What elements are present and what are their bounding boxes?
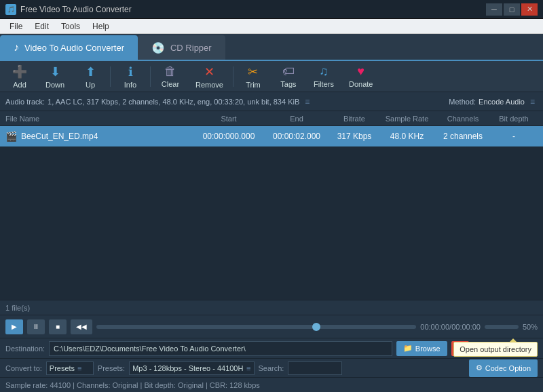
convert-format-select[interactable]: Presets ≡ [46,361,94,375]
audio-track-bar: Audio track: 1, AAC LC, 317 Kbps, 2 chan… [0,92,543,111]
presets-dropdown[interactable]: Mp3 - 128kbps - Stereo - 44100H ≡ [129,361,254,375]
maximize-button[interactable]: □ [504,3,520,16]
filters-button[interactable]: ♫ Filters [307,62,341,91]
destination-label: Destination: [5,345,45,353]
tab-cd-ripper[interactable]: 💿 CD Ripper [138,35,225,60]
file-list: 🎬 BeeCut_EN_ED.mp4 00:00:000.000 00:00:0… [0,126,543,300]
close-button[interactable]: ✕ [521,3,538,16]
add-button[interactable]: ➕ Add [3,62,37,92]
menu-edit[interactable]: Edit [29,20,54,33]
info-label: Info [124,81,136,89]
filters-label: Filters [314,80,334,88]
col-header-bitdepth: Bit depth [490,115,538,123]
trim-button[interactable]: ✂ Trim [236,62,270,92]
trash-icon: 🗑 [164,64,176,79]
codec-options-button[interactable]: ⚙ Codec Option [469,359,538,377]
down-icon: ⬇ [50,64,60,79]
convert-bar: Convert to: Presets ≡ Presets: Mp3 - 128… [0,358,543,377]
col-header-samplerate: Sample Rate [378,115,436,123]
col-header-filename: File Name [5,115,195,123]
scissors-icon: ✂ [248,64,258,79]
cd-icon: 💿 [151,41,165,54]
tooltip-text: Open output directory [460,345,531,353]
menu-file[interactable]: File [4,20,28,33]
tags-icon: 🏷 [282,64,295,79]
volume-label: 50% [523,323,538,331]
table-row[interactable]: 🎬 BeeCut_EN_ED.mp4 00:00:000.000 00:00:0… [0,126,543,146]
minimize-button[interactable]: ─ [486,3,502,16]
info-icon: ℹ [128,64,133,79]
audio-track-info: 1, AAC LC, 317 Kbps, 2 channels, 48.0 KH… [48,98,299,106]
play-button[interactable]: ▶ [5,319,23,334]
donate-label: Donate [349,80,373,88]
toolbar: ➕ Add ⬇ Down ⬆ Up ℹ Info 🗑 Clear ✕ Remov… [0,61,543,92]
destination-path[interactable]: C:\Users\EDZ\Documents\Free Video To Aud… [49,341,392,356]
tags-button[interactable]: 🏷 Tags [272,62,305,91]
file-type-icon: 🎬 [5,131,17,142]
audio-track-menu-icon: ≡ [305,97,310,106]
title-bar-left: 🎵 Free Video To Audio Converter [5,4,132,15]
clear-label: Clear [162,80,179,88]
pause-button[interactable]: ⏸ [27,319,45,334]
method-menu-icon: ≡ [530,97,535,106]
col-header-start: Start [195,115,263,123]
file-bitrate-cell: 317 Kbps [331,132,378,141]
tab-video-to-audio[interactable]: ♪ Video To Audio Converter [0,35,138,60]
status-bar: 1 file(s) [0,300,543,315]
filters-icon: ♫ [319,64,329,79]
file-samplerate-cell: 48.0 KHz [378,132,436,141]
convert-to-label: Convert to: [5,364,42,372]
browse-icon: 📁 [403,344,413,353]
stop-button[interactable]: ■ [49,319,67,334]
search-input[interactable] [288,361,342,375]
title-bar: 🎵 Free Video To Audio Converter ─ □ ✕ [0,0,543,19]
playback-slider[interactable] [96,325,416,329]
heart-icon: ♥ [357,64,364,79]
file-section: 🎬 BeeCut_EN_ED.mp4 00:00:000.000 00:00:0… [0,126,543,315]
remove-icon: ✕ [204,64,214,79]
method-label: Method: [449,98,476,106]
menu-tools[interactable]: Tools [56,20,86,33]
menu-help[interactable]: Help [87,20,115,33]
file-count: 1 file(s) [5,304,30,312]
remove-label: Remove [195,81,223,89]
tab-bar: ♪ Video To Audio Converter 💿 CD Ripper [0,34,543,61]
info-button[interactable]: ℹ Info [113,62,147,92]
search-label: Search: [259,364,284,372]
col-header-end: End [263,115,331,123]
browse-button[interactable]: 📁 Browse [396,341,447,356]
convert-bar-wrapper: Convert to: Presets ≡ Presets: Mp3 - 128… [0,358,543,377]
codec-icon: ⚙ [476,364,483,372]
tab-video-to-audio-label: Video To Audio Converter [24,43,124,53]
window-controls: ─ □ ✕ [486,3,538,16]
tooltip-open-output-directory: Open output directory [453,342,538,357]
col-header-bitrate: Bitrate [331,115,378,123]
up-label: Up [86,81,95,89]
up-icon: ⬆ [86,64,96,79]
add-icon: ➕ [12,64,27,79]
file-bitdepth-cell: - [490,132,538,141]
clear-button[interactable]: 🗑 Clear [153,62,187,91]
up-button[interactable]: ⬆ Up [73,62,107,92]
down-button[interactable]: ⬇ Down [38,62,72,92]
player-bar: ▶ ⏸ ■ ◀◀ 00:00:00/00:00:00 50% [0,315,543,338]
donate-button[interactable]: ♥ Donate [342,62,379,91]
file-channels-cell: 2 channels [436,132,490,141]
prev-button[interactable]: ◀◀ [71,319,92,334]
col-header-channels: Channels [436,115,490,123]
file-list-header: File Name Start End Bitrate Sample Rate … [0,111,543,126]
method-value: Encode Audio [479,98,525,106]
audio-track-prefix: Audio track: [5,98,45,106]
toolbar-separator-1 [110,66,111,87]
tab-cd-ripper-label: CD Ripper [170,43,212,53]
tags-label: Tags [280,80,296,88]
file-name-cell: BeeCut_EN_ED.mp4 [21,132,195,141]
toolbar-separator-2 [150,66,151,87]
volume-slider[interactable] [485,325,519,329]
remove-button[interactable]: ✕ Remove [189,62,230,92]
toolbar-separator-3 [233,66,233,87]
music-note-icon: ♪ [14,41,19,54]
down-label: Down [45,81,64,89]
app-title: Free Video To Audio Converter [20,5,132,14]
empty-area [0,146,543,255]
